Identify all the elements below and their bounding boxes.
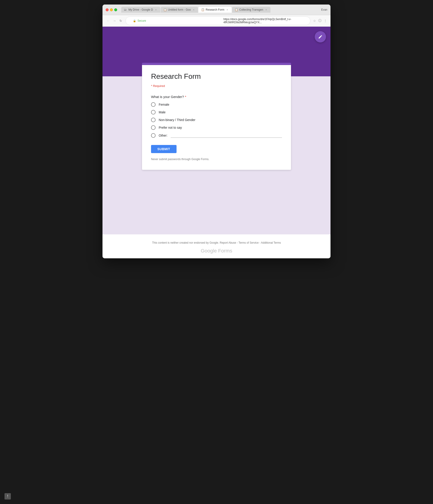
tab-collecting-close[interactable]: × xyxy=(265,8,268,11)
label-prefer-not: Prefer not to say xyxy=(159,126,182,129)
nav-buttons: ← → ↻ xyxy=(106,18,123,23)
info-icon[interactable]: ⓘ xyxy=(318,18,322,23)
page-content: Research Form * Required What is your Ge… xyxy=(103,27,330,258)
address-input-box[interactable]: 🔒 Secure https://docs.google.com/forms/d… xyxy=(125,17,310,25)
traffic-lights xyxy=(106,8,117,11)
tab-collecting[interactable]: 📋 Collecting Transgen × xyxy=(232,7,270,13)
back-button[interactable]: ← xyxy=(106,18,111,23)
page-footer: This content is neither created nor endo… xyxy=(103,234,330,258)
drive-icon: 🗂 xyxy=(124,8,127,11)
title-bar: 🗂 My Drive - Google D × 📋 Untitled form … xyxy=(103,5,330,15)
radio-female[interactable] xyxy=(151,102,156,107)
more-icon[interactable]: ⋮ xyxy=(323,18,327,23)
label-other: Other: xyxy=(159,134,168,137)
option-nonbinary[interactable]: Non-binary / Third Gender xyxy=(151,118,282,122)
password-warning: Never submit passwords through Google Fo… xyxy=(151,158,282,161)
option-female[interactable]: Female xyxy=(151,102,282,107)
address-bar: ← → ↻ 🔒 Secure https://docs.google.com/f… xyxy=(103,15,330,27)
radio-male[interactable] xyxy=(151,110,156,115)
option-other[interactable]: Other: xyxy=(151,133,282,138)
address-actions: ☆ ⓘ ⋮ xyxy=(313,18,327,23)
radio-nonbinary[interactable] xyxy=(151,118,156,122)
radio-other[interactable] xyxy=(151,133,156,138)
tab-research-close[interactable]: × xyxy=(226,8,229,11)
label-male: Male xyxy=(159,110,166,114)
forms-icon-2: 📋 xyxy=(201,8,204,11)
submit-button[interactable]: SUBMIT xyxy=(151,145,177,153)
edit-fab[interactable] xyxy=(315,31,326,43)
label-female: Female xyxy=(159,103,169,106)
google-forms-logo: Google Forms xyxy=(107,248,326,254)
feedback-button[interactable]: ! xyxy=(5,493,11,499)
tab-untitled-close[interactable]: × xyxy=(192,8,195,11)
form-background: Research Form * Required What is your Ge… xyxy=(103,76,330,234)
tab-research-label: Research Form xyxy=(206,8,224,11)
radio-prefer-not[interactable] xyxy=(151,125,156,130)
form-title: Research Form xyxy=(151,72,282,81)
option-prefer-not[interactable]: Prefer not to say xyxy=(151,125,282,130)
bookmark-icon[interactable]: ☆ xyxy=(313,18,317,23)
maximize-button[interactable] xyxy=(114,8,117,11)
secure-icon: 🔒 xyxy=(133,19,136,22)
tabs-bar: 🗂 My Drive - Google D × 📋 Untitled form … xyxy=(121,7,319,13)
url-text: https://docs.google.com/forms/d/e/1FAIpQ… xyxy=(223,18,307,24)
forward-button[interactable]: → xyxy=(112,18,117,23)
submit-area: SUBMIT Never submit passwords through Go… xyxy=(151,145,282,161)
reload-button[interactable]: ↻ xyxy=(118,18,123,23)
option-male[interactable]: Male xyxy=(151,110,282,115)
tab-drive[interactable]: 🗂 My Drive - Google D × xyxy=(121,7,160,13)
tab-untitled[interactable]: 📋 Untitled form - Goo × xyxy=(161,7,198,13)
question-label: What is your Gender? * xyxy=(151,95,282,99)
user-label: Evan xyxy=(321,8,327,11)
other-input[interactable] xyxy=(171,133,282,138)
forms-icon-3: 📋 xyxy=(235,8,238,11)
footer-links: This content is neither created nor endo… xyxy=(107,241,326,244)
tab-drive-close[interactable]: × xyxy=(154,8,158,11)
browser-window: 🗂 My Drive - Google D × 📋 Untitled form … xyxy=(103,5,330,258)
secure-label: Secure xyxy=(138,19,221,22)
close-button[interactable] xyxy=(106,8,109,11)
gender-question: What is your Gender? * Female Male xyxy=(151,95,282,138)
label-nonbinary: Non-binary / Third Gender xyxy=(159,118,195,122)
form-card: Research Form * Required What is your Ge… xyxy=(142,63,291,170)
pencil-icon xyxy=(318,35,323,39)
tab-research[interactable]: 📋 Research Form × xyxy=(198,7,232,13)
minimize-button[interactable] xyxy=(110,8,113,11)
tab-collecting-label: Collecting Transgen xyxy=(239,8,263,11)
tab-untitled-label: Untitled form - Goo xyxy=(168,8,191,11)
required-note: * Required xyxy=(151,84,282,88)
card-body: Research Form * Required What is your Ge… xyxy=(142,65,291,170)
required-star: * xyxy=(185,95,186,99)
tab-drive-label: My Drive - Google D xyxy=(128,8,153,11)
forms-icon-1: 📋 xyxy=(163,8,167,11)
card-stripe xyxy=(142,63,291,65)
